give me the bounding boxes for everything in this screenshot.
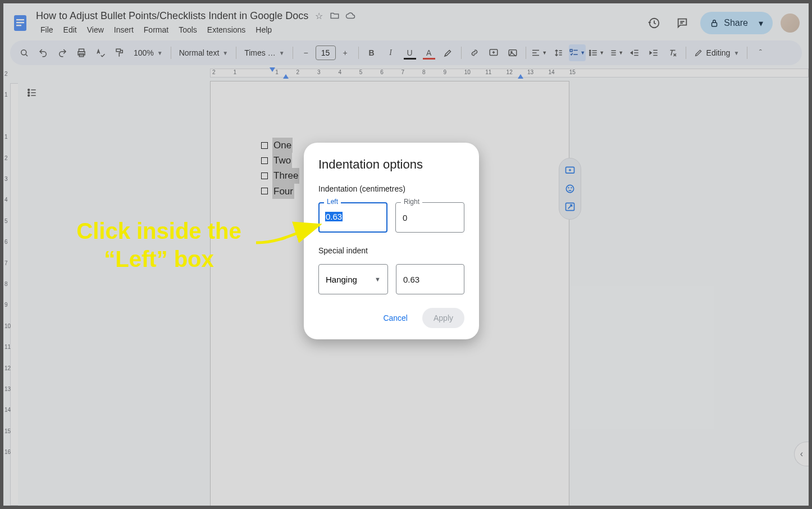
- left-indent-field[interactable]: Left 0.63: [318, 202, 387, 233]
- svg-point-18: [28, 92, 30, 94]
- checkbox-icon[interactable]: [261, 142, 268, 149]
- margin-actions: [559, 158, 581, 220]
- collapse-toolbar-icon[interactable]: ˆ: [752, 44, 769, 61]
- document-outline-icon[interactable]: [24, 84, 40, 101]
- mode-label: Editing: [706, 48, 731, 57]
- svg-point-5: [21, 50, 26, 55]
- left-label: Left: [324, 198, 341, 206]
- section-indentation-label: Indentation (centimetres): [318, 184, 464, 193]
- italic-icon[interactable]: I: [382, 44, 399, 61]
- special-amount-field[interactable]: [396, 264, 464, 294]
- increase-indent-icon[interactable]: [645, 44, 662, 61]
- move-folder-icon[interactable]: [330, 11, 340, 21]
- menu-extensions[interactable]: Extensions: [203, 23, 250, 37]
- right-indent-input[interactable]: [395, 202, 464, 233]
- undo-icon[interactable]: [35, 44, 52, 61]
- dialog-title: Indentation options: [318, 157, 464, 172]
- svg-point-23: [571, 188, 572, 188]
- menu-file[interactable]: File: [36, 23, 58, 37]
- document-title[interactable]: How to Adjust Bullet Points/Checklists I…: [36, 10, 308, 22]
- spellcheck-icon[interactable]: [92, 44, 109, 61]
- svg-rect-1: [16, 19, 24, 20]
- horizontal-ruler[interactable]: 21123456789101112131415: [19, 69, 809, 79]
- section-special-label: Special indent: [318, 246, 464, 255]
- checkbox-icon[interactable]: [261, 188, 268, 194]
- style-value: Normal text: [179, 48, 220, 57]
- history-icon[interactable]: [644, 13, 664, 33]
- svg-rect-4: [712, 22, 717, 26]
- indentation-options-dialog: Indentation options Indentation (centime…: [304, 143, 479, 339]
- right-indent-field[interactable]: Right: [395, 202, 464, 233]
- search-menus-icon[interactable]: [16, 44, 33, 61]
- insert-image-icon[interactable]: [504, 44, 521, 61]
- title-bar: How to Adjust Bullet Points/Checklists I…: [3, 3, 809, 39]
- menu-insert[interactable]: Insert: [110, 23, 138, 37]
- bold-icon[interactable]: B: [363, 44, 380, 61]
- line-spacing-icon[interactable]: [550, 44, 567, 61]
- left-indent-selected-text: 0.63: [325, 212, 343, 221]
- menu-tools[interactable]: Tools: [174, 23, 202, 37]
- text-color-icon[interactable]: A: [421, 44, 437, 61]
- cancel-button[interactable]: Cancel: [377, 309, 413, 327]
- svg-rect-9: [116, 49, 121, 52]
- suggest-edits-icon[interactable]: [563, 200, 577, 213]
- highlight-color-icon[interactable]: [440, 44, 457, 61]
- paragraph-style-dropdown[interactable]: Normal text▼: [175, 44, 232, 61]
- svg-point-17: [28, 89, 30, 91]
- add-comment-icon[interactable]: [563, 164, 577, 178]
- checkbox-icon[interactable]: [261, 172, 268, 179]
- redo-icon[interactable]: [54, 44, 71, 61]
- zoom-value: 100%: [134, 48, 154, 57]
- insert-link-icon[interactable]: [466, 44, 483, 61]
- add-reaction-icon[interactable]: [563, 182, 577, 196]
- menu-edit[interactable]: Edit: [59, 23, 81, 37]
- lock-icon: [709, 18, 719, 28]
- checklist-icon[interactable]: ▼: [569, 44, 586, 61]
- comments-icon[interactable]: [672, 13, 692, 33]
- editing-mode-dropdown[interactable]: Editing▼: [690, 44, 744, 61]
- paint-format-icon[interactable]: [111, 44, 128, 61]
- align-dropdown-icon[interactable]: ▼: [531, 44, 548, 61]
- menu-help[interactable]: Help: [251, 23, 276, 37]
- font-dropdown[interactable]: Times …▼: [240, 44, 289, 61]
- svg-rect-3: [16, 25, 21, 26]
- account-avatar[interactable]: [781, 13, 800, 33]
- checkbox-icon[interactable]: [261, 157, 268, 164]
- special-indent-dropdown[interactable]: Hanging ▼: [318, 264, 388, 294]
- star-icon[interactable]: ☆: [314, 11, 324, 21]
- svg-point-22: [568, 188, 569, 188]
- right-label: Right: [401, 198, 422, 206]
- font-size-value: 15: [321, 48, 330, 57]
- clear-formatting-icon[interactable]: [664, 44, 681, 61]
- print-icon[interactable]: [73, 44, 90, 61]
- menu-format[interactable]: Format: [139, 23, 173, 37]
- list-item-text: Two: [272, 153, 292, 168]
- cloud-status-icon[interactable]: [345, 11, 355, 21]
- toolbar: 100%▼ Normal text▼ Times …▼ − 15 + B I U…: [10, 40, 802, 65]
- font-size-input[interactable]: 15: [316, 46, 336, 60]
- svg-point-15: [590, 52, 591, 53]
- insert-comment-icon[interactable]: [485, 44, 502, 61]
- list-item-text: Four: [272, 184, 294, 199]
- numbered-list-icon[interactable]: ▼: [607, 44, 624, 61]
- apply-button[interactable]: Apply: [422, 308, 464, 328]
- share-dropdown-icon[interactable]: ▾: [752, 15, 769, 31]
- vertical-ruler[interactable]: 2112345678910111213141516: [3, 66, 19, 506]
- svg-point-19: [28, 95, 30, 97]
- decrease-indent-icon[interactable]: [626, 44, 643, 61]
- zoom-dropdown[interactable]: 100%▼: [129, 44, 167, 61]
- menubar: File Edit View Insert Format Tools Exten…: [36, 23, 640, 37]
- pencil-icon: [694, 48, 703, 57]
- list-item-text: Three: [272, 168, 299, 183]
- menu-view[interactable]: View: [83, 23, 108, 37]
- svg-point-14: [590, 50, 591, 51]
- svg-point-16: [590, 54, 591, 56]
- underline-icon[interactable]: U: [402, 44, 418, 61]
- chevron-down-icon: ▼: [375, 276, 381, 283]
- font-size-decrease-icon[interactable]: −: [298, 44, 314, 61]
- font-size-increase-icon[interactable]: +: [337, 44, 354, 61]
- special-amount-input[interactable]: [396, 264, 464, 294]
- bulleted-list-icon[interactable]: ▼: [588, 44, 605, 61]
- share-button[interactable]: Share ▾: [700, 12, 773, 34]
- docs-logo-icon[interactable]: [9, 12, 31, 34]
